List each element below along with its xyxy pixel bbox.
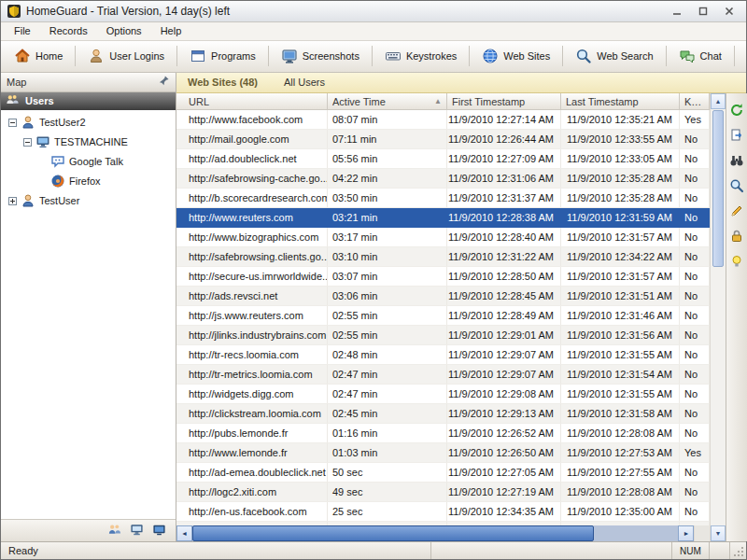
- vertical-scroll-track[interactable]: [711, 268, 726, 525]
- side-tool-zoom-icon[interactable]: [728, 178, 745, 195]
- view-button-screen-view-icon[interactable]: [149, 523, 168, 539]
- toolbar-button-chat[interactable]: Chat: [669, 43, 731, 69]
- cell-keyword: No: [680, 424, 710, 442]
- cell-first-timestamp: 11/9/2010 12:27:05 AM: [447, 463, 561, 482]
- table-row[interactable]: http://js.www.reuters.com02:55 min11/9/2…: [176, 306, 710, 326]
- cell-active-time: 03:07 min: [328, 267, 447, 286]
- tree-item-testuser2[interactable]: TestUser2: [1, 113, 176, 133]
- tree-root-users[interactable]: Users: [1, 92, 176, 110]
- table-row[interactable]: http://pubs.lemonde.fr01:16 min11/9/2010…: [176, 424, 710, 443]
- tree-item-testmachine[interactable]: TESTMACHINE: [1, 133, 176, 152]
- table-row[interactable]: http://widgets.digg.com02:47 min11/9/201…: [176, 385, 710, 404]
- column-header-first-timestamp[interactable]: First Timestamp: [447, 93, 561, 110]
- tree-expander-plus-icon[interactable]: [8, 197, 17, 205]
- cell-active-time: 03:10 min: [328, 247, 447, 266]
- web-sites-icon: [482, 48, 499, 64]
- side-tool-binoculars-icon[interactable]: [728, 153, 745, 170]
- right-toolbar: [726, 93, 747, 541]
- menu-options[interactable]: Options: [97, 23, 151, 38]
- table-row[interactable]: http://b.scorecardresearch.com03:50 min1…: [176, 189, 710, 208]
- side-tool-lock-icon[interactable]: [728, 229, 745, 245]
- table-row[interactable]: http://safebrowsing-cache.go...04:22 min…: [176, 169, 710, 189]
- horizontal-scroll-track[interactable]: [594, 525, 678, 541]
- cell-active-time: 04:22 min: [328, 169, 447, 188]
- cell-active-time: 03:21 min: [328, 208, 447, 227]
- status-message: Ready: [1, 542, 430, 559]
- scroll-down-button[interactable]: ▼: [711, 525, 726, 541]
- table-row[interactable]: http://ads.revsci.net03:06 min11/9/2010 …: [176, 287, 710, 306]
- menu-file[interactable]: File: [5, 23, 40, 38]
- table-row[interactable]: http://www.lemonde.fr01:03 min11/9/2010 …: [176, 443, 710, 463]
- computer-icon: [35, 134, 50, 149]
- toolbar-button-web-search[interactable]: Web Search: [566, 43, 662, 69]
- vertical-scrollbar[interactable]: ▲ ▼: [710, 93, 726, 541]
- side-tool-export-icon[interactable]: [728, 128, 745, 145]
- column-header-last-timestamp[interactable]: Last Timestamp: [561, 93, 680, 110]
- cell-last-timestamp: 11/9/2010 12:28:08 AM: [561, 424, 680, 442]
- table-row[interactable]: http://mail.google.com07:11 min11/9/2010…: [176, 130, 710, 149]
- side-tool-edit-icon[interactable]: [728, 203, 745, 220]
- cell-last-timestamp: 11/9/2010 12:33:55 AM: [561, 130, 680, 148]
- table-row[interactable]: http://tr-recs.loomia.com02:48 min11/9/2…: [176, 345, 710, 365]
- view-button-users-view-icon[interactable]: [105, 523, 123, 539]
- scroll-right-button[interactable]: ►: [678, 525, 694, 541]
- toolbar-button-keystrokes[interactable]: Keystrokes: [375, 43, 466, 69]
- tree-item-google-talk[interactable]: Google Talk: [1, 152, 176, 172]
- column-header-url[interactable]: URL: [176, 93, 328, 110]
- scroll-left-button[interactable]: ◄: [176, 525, 192, 541]
- table-row[interactable]: http://clickstream.loomia.com02:45 min11…: [176, 404, 710, 424]
- vertical-scroll-thumb[interactable]: [712, 110, 724, 267]
- toolbar-button-web-sites[interactable]: Web Sites: [472, 43, 559, 69]
- cell-first-timestamp: 11/9/2010 12:31:37 AM: [447, 189, 561, 207]
- table-row[interactable]: http://logc2.xiti.com49 sec11/9/2010 12:…: [176, 483, 710, 502]
- close-button[interactable]: [718, 4, 740, 19]
- export-icon: [729, 128, 744, 145]
- menu-records[interactable]: Records: [40, 23, 97, 38]
- table-row[interactable]: http://jlinks.industrybrains.com02:55 mi…: [176, 326, 710, 345]
- tree-item-label: Google Talk: [69, 156, 123, 167]
- table-row[interactable]: http://en-us.facebook.com25 sec11/9/2010…: [176, 502, 710, 522]
- column-header-keywords[interactable]: Keywords: [680, 93, 710, 110]
- view-button-computer-view-icon[interactable]: [127, 523, 146, 539]
- tree-item-testuser[interactable]: TestUser: [1, 191, 176, 211]
- minimize-button[interactable]: [666, 4, 688, 19]
- horizontal-scrollbar[interactable]: ◄►: [176, 525, 694, 541]
- table-row[interactable]: http://secure-us.imrworldwide...03:07 mi…: [176, 267, 710, 287]
- toolbar-button-label: Screenshots: [303, 50, 359, 62]
- column-header-active-time[interactable]: Active Time▲: [328, 93, 447, 110]
- cell-first-timestamp: 11/9/2010 12:28:50 AM: [447, 267, 561, 286]
- side-tool-hint-icon[interactable]: [728, 254, 745, 271]
- table-row[interactable]: http://ad.doubleclick.net05:56 min11/9/2…: [176, 149, 710, 169]
- tree-expander-minus-icon[interactable]: [8, 119, 17, 127]
- resize-grip[interactable]: [729, 542, 746, 559]
- table-row[interactable]: http://www.bizographics.com03:17 min11/9…: [176, 228, 710, 247]
- cell-url: http://jlinks.industrybrains.com: [176, 326, 328, 344]
- cell-url: http://tr-recs.loomia.com: [176, 345, 328, 364]
- table-row[interactable]: http://www.facebook.com08:07 min11/9/201…: [176, 110, 710, 130]
- pin-icon[interactable]: [158, 75, 170, 89]
- table-row[interactable]: http://safebrowsing.clients.go...03:10 m…: [176, 247, 710, 267]
- cell-keyword: No: [680, 365, 710, 384]
- tree-expander-minus-icon[interactable]: [23, 138, 32, 147]
- cell-keyword: No: [680, 463, 710, 482]
- toolbar-button-programs[interactable]: Programs: [180, 43, 265, 69]
- cell-keyword: No: [680, 149, 710, 168]
- table-row[interactable]: http://tr-metrics.loomia.com02:47 min11/…: [176, 365, 710, 385]
- table-row[interactable]: http://ad-emea.doubleclick.net50 sec11/9…: [176, 463, 710, 483]
- scroll-up-button[interactable]: ▲: [711, 93, 726, 109]
- toolbar-button-home[interactable]: Home: [5, 43, 72, 69]
- cell-last-timestamp: 11/9/2010 12:31:46 AM: [561, 306, 680, 325]
- side-tool-refresh-icon[interactable]: [728, 103, 745, 119]
- cell-url: http://www.reuters.com: [176, 208, 328, 227]
- menu-help[interactable]: Help: [151, 23, 191, 38]
- maximize-button[interactable]: [692, 4, 714, 19]
- cell-keyword: No: [680, 345, 710, 364]
- horizontal-scroll-thumb[interactable]: [192, 525, 594, 541]
- toolbar-button-user-logins[interactable]: User Logins: [78, 43, 174, 69]
- table-row-selected[interactable]: http://www.reuters.com03:21 min11/9/2010…: [176, 208, 710, 228]
- tree-item-firefox[interactable]: Firefox: [1, 172, 176, 191]
- computer-view-icon: [130, 523, 144, 539]
- cell-first-timestamp: 11/9/2010 12:31:06 AM: [447, 169, 561, 188]
- toolbar-button-e-mail[interactable]: E-mail: [738, 43, 746, 69]
- toolbar-button-screenshots[interactable]: Screenshots: [272, 43, 369, 69]
